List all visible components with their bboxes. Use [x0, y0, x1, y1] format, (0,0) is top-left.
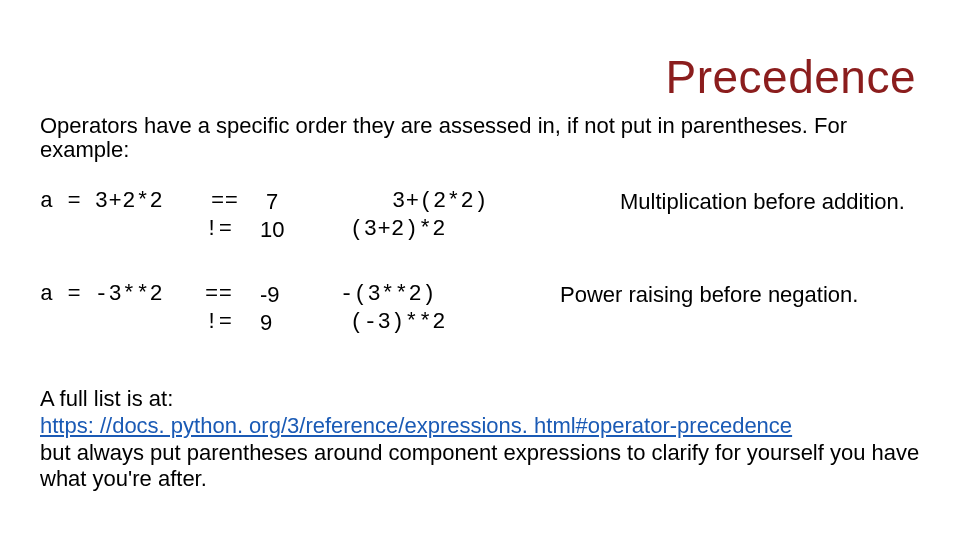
example-values: -9 9 [260, 281, 340, 336]
docs-link[interactable]: https: //docs. python. org/3/reference/e… [40, 413, 792, 438]
code-text: a = 3+2*2 [40, 188, 205, 216]
code-text: -(3**2) [340, 281, 560, 309]
value-text: 10 [260, 216, 340, 244]
value-text: 9 [260, 309, 340, 337]
footer-lead: A full list is at: [40, 386, 920, 413]
slide: Precedence Operators have a specific ord… [0, 0, 960, 540]
example-expression: a = 3+2*2 [40, 188, 205, 243]
example-note: Multiplication before addition. [560, 188, 940, 216]
example-values: 7 10 [260, 188, 340, 243]
example-row: a = -3**2 == != -9 9 -(3**2) (-3)**2 Pow… [40, 281, 940, 336]
op-equal: == [205, 281, 260, 309]
code-text: a = -3**2 [40, 281, 205, 309]
op-notequal: != [205, 216, 260, 244]
example-expression: a = -3**2 [40, 281, 205, 336]
example-operators: == != [205, 281, 260, 336]
intro-paragraph: Operators have a specific order they are… [40, 114, 920, 162]
footer-paragraph: A full list is at: https: //docs. python… [40, 386, 920, 493]
code-text: 3+(2*2) [340, 188, 560, 216]
code-text: (-3)**2 [340, 309, 560, 337]
example-note: Power raising before negation. [560, 281, 940, 309]
example-forms: -(3**2) (-3)**2 [340, 281, 560, 336]
footer-tail: but always put parentheses around compon… [40, 440, 920, 494]
op-notequal: != [205, 309, 260, 337]
slide-title: Precedence [666, 50, 917, 104]
examples-block: a = 3+2*2 == != 7 10 3+(2*2) (3+2)*2 Mul… [40, 188, 940, 374]
value-text: 7 [260, 188, 340, 216]
code-text: (3+2)*2 [340, 216, 560, 244]
value-text: -9 [260, 281, 340, 309]
example-row: a = 3+2*2 == != 7 10 3+(2*2) (3+2)*2 Mul… [40, 188, 940, 243]
example-forms: 3+(2*2) (3+2)*2 [340, 188, 560, 243]
example-operators: == != [205, 188, 260, 243]
op-equal: == [205, 188, 260, 216]
